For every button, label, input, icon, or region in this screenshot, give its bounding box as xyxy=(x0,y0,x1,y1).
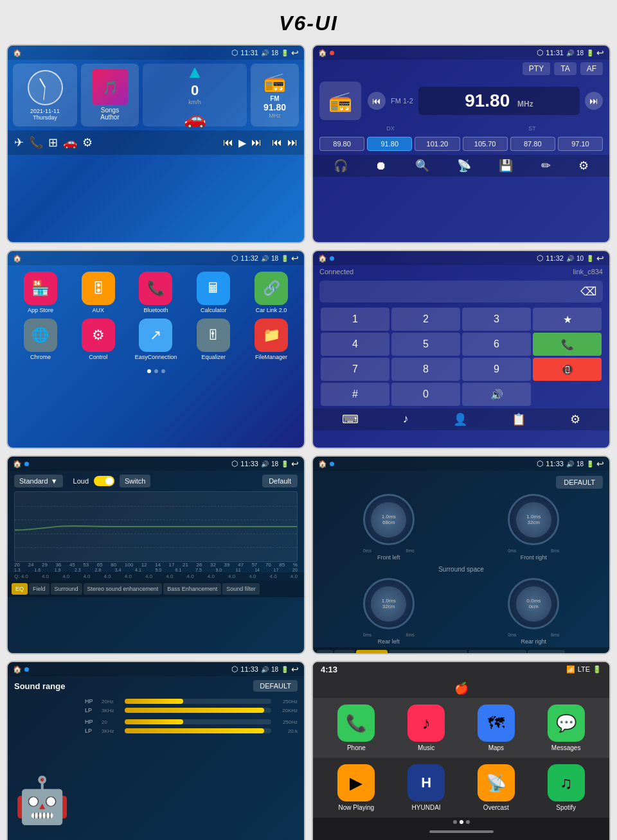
app-equalizer[interactable]: 🎚 Equalizer xyxy=(187,319,240,360)
hp1-slider[interactable] xyxy=(125,699,271,704)
app-bluetooth[interactable]: 📞 Bluetooth xyxy=(130,272,183,313)
phone-icon[interactable]: 📞 xyxy=(29,136,43,150)
fm-prev-freq[interactable]: ⏮ xyxy=(368,92,386,110)
fm-widget[interactable]: 📻 FM 91.80 MHz xyxy=(251,64,299,127)
tab-stereo[interactable]: Stereo sound enhancement xyxy=(84,583,163,595)
nav-icon[interactable]: ✈ xyxy=(14,136,24,150)
call-btn[interactable]: 📞 xyxy=(533,333,602,356)
tab-bass[interactable]: Bass Enhancement xyxy=(163,583,221,595)
surround-tab-surround[interactable]: Surround xyxy=(356,650,388,654)
backspace-btn[interactable]: ⌫ xyxy=(580,284,596,299)
num-7[interactable]: 7 xyxy=(321,358,389,381)
num-star[interactable]: ★ xyxy=(533,308,602,331)
preset-97[interactable]: 97.10 xyxy=(558,137,603,151)
preset-91[interactable]: 91.80 xyxy=(367,137,412,151)
num-5[interactable]: 5 xyxy=(391,333,460,356)
eq-switch-btn[interactable]: Switch xyxy=(120,475,150,487)
volume-btn[interactable]: 🔊 xyxy=(462,383,531,406)
surround-back-icon[interactable]: ↩ xyxy=(596,459,604,469)
fm-toggle-icon[interactable]: ⏺ xyxy=(375,159,387,173)
surround-tab-eq[interactable]: EQ xyxy=(317,650,333,654)
carplay-app-spotify[interactable]: ♫ Spotify xyxy=(533,764,599,811)
knob-rr-ring[interactable]: 0.0ms0cm xyxy=(508,578,559,629)
tab-field[interactable]: Field xyxy=(29,583,49,595)
tab-filter[interactable]: Sound filter xyxy=(222,583,260,595)
tab-music[interactable]: ♪ xyxy=(403,412,409,426)
carplay-app-messages[interactable]: 💬 Messages xyxy=(533,704,599,751)
af-btn[interactable]: AF xyxy=(580,62,603,75)
end-btn[interactable]: 📵 xyxy=(533,358,602,381)
eq-back-icon[interactable]: ↩ xyxy=(291,459,299,469)
fm-back-icon[interactable]: ↩ xyxy=(596,48,604,58)
knob-fl-ring[interactable]: 1.0ms68cm xyxy=(363,494,415,545)
app-calculator[interactable]: 🖩 Calculator xyxy=(187,272,240,313)
car-icon[interactable]: 🚗 xyxy=(63,136,77,150)
eq-loud-toggle[interactable] xyxy=(94,476,114,486)
hp2-slider[interactable] xyxy=(125,719,271,724)
app-control[interactable]: ⚙ Control xyxy=(72,319,125,360)
num-3[interactable]: 3 xyxy=(462,308,531,331)
fm-next[interactable]: ⏭ xyxy=(287,137,298,148)
num-0[interactable]: 0 xyxy=(391,383,460,406)
num-hash[interactable]: # xyxy=(321,383,389,406)
fm-signal-icon[interactable]: 📡 xyxy=(457,159,471,173)
tab-dialpad[interactable]: ⌨ xyxy=(342,412,359,426)
lp2-slider[interactable] xyxy=(125,728,271,733)
carplay-app-music[interactable]: ♪ Music xyxy=(393,704,460,751)
sound-back-icon[interactable]: ↩ xyxy=(291,664,299,674)
surround-tab-filter[interactable]: Sound filter xyxy=(528,650,565,654)
settings-icon[interactable]: ⚙ xyxy=(82,136,93,150)
preset-89[interactable]: 89.80 xyxy=(319,137,364,151)
app-filemanager[interactable]: 📁 FileManager xyxy=(245,319,298,360)
knob-rl-ring[interactable]: 1.0ms32cm xyxy=(363,578,415,629)
music-widget[interactable]: 🎵 Songs Author xyxy=(81,64,139,127)
fm-settings-icon[interactable]: ⚙ xyxy=(578,159,589,173)
preset-87[interactable]: 87.80 xyxy=(510,137,555,151)
preset-105[interactable]: 105.70 xyxy=(463,137,508,151)
apps-icon[interactable]: ⊞ xyxy=(48,136,58,150)
pty-btn[interactable]: PTY xyxy=(523,62,550,75)
preset-101[interactable]: 101.20 xyxy=(415,137,460,151)
surround-tab-stereo[interactable]: Stereo sound enhancement xyxy=(389,650,468,654)
surround-tab-bass[interactable]: Bass Enhancement xyxy=(469,650,526,654)
num-4[interactable]: 4 xyxy=(321,333,389,356)
back-icon[interactable]: ↩ xyxy=(291,48,299,58)
carplay-app-nowplaying[interactable]: ▶ Now Playing xyxy=(323,764,389,811)
app-appstore[interactable]: 🏪 App Store xyxy=(14,272,67,313)
play-btn[interactable]: ▶ xyxy=(238,137,246,149)
prev-btn[interactable]: ⏮ xyxy=(223,137,233,148)
carplay-app-phone[interactable]: 📞 Phone xyxy=(323,704,389,751)
fm-save-icon[interactable]: 💾 xyxy=(499,159,513,173)
fm-edit-icon[interactable]: ✏ xyxy=(541,159,551,173)
surround-default-btn[interactable]: DEFAULT xyxy=(556,476,603,489)
app-easyconnection[interactable]: ↗ EasyConnection xyxy=(130,319,183,360)
fm-headphone-icon[interactable]: 🎧 xyxy=(334,159,348,173)
tab-settings[interactable]: ⚙ xyxy=(570,412,580,426)
apps-back-icon[interactable]: ↩ xyxy=(291,253,299,263)
tab-surround[interactable]: Surround xyxy=(51,583,82,595)
fm-search-icon[interactable]: 🔍 xyxy=(415,159,429,173)
num-6[interactable]: 6 xyxy=(462,333,531,356)
app-chrome[interactable]: 🌐 Chrome xyxy=(14,319,67,360)
knob-fr-ring[interactable]: 1.0ms32cm xyxy=(508,494,559,545)
num-1[interactable]: 1 xyxy=(321,308,389,331)
sound-default-btn[interactable]: DEFAULT xyxy=(253,680,298,692)
num-8[interactable]: 8 xyxy=(391,358,460,381)
carplay-app-hyundai[interactable]: H HYUNDAI xyxy=(393,764,460,811)
tab-contacts[interactable]: 👤 xyxy=(453,412,467,426)
eq-default-btn[interactable]: Default xyxy=(262,475,298,487)
tab-recent[interactable]: 📋 xyxy=(512,412,526,426)
num-9[interactable]: 9 xyxy=(462,358,531,381)
carplay-app-overcast[interactable]: 📡 Overcast xyxy=(463,764,530,811)
ta-btn[interactable]: TA xyxy=(554,62,576,75)
tab-eq[interactable]: EQ xyxy=(12,583,28,595)
home-bar[interactable] xyxy=(429,830,494,833)
fm-next-freq[interactable]: ⏭ xyxy=(585,92,603,110)
lp1-slider[interactable] xyxy=(125,708,271,713)
carplay-app-maps[interactable]: 🗺 Maps xyxy=(463,704,530,751)
num-2[interactable]: 2 xyxy=(391,308,460,331)
phone-back-icon[interactable]: ↩ xyxy=(596,253,604,263)
eq-preset-selector[interactable]: Standard ▼ xyxy=(14,475,63,487)
fm-prev[interactable]: ⏮ xyxy=(272,137,282,148)
app-carlink[interactable]: 🔗 Car Link 2.0 xyxy=(245,272,298,313)
